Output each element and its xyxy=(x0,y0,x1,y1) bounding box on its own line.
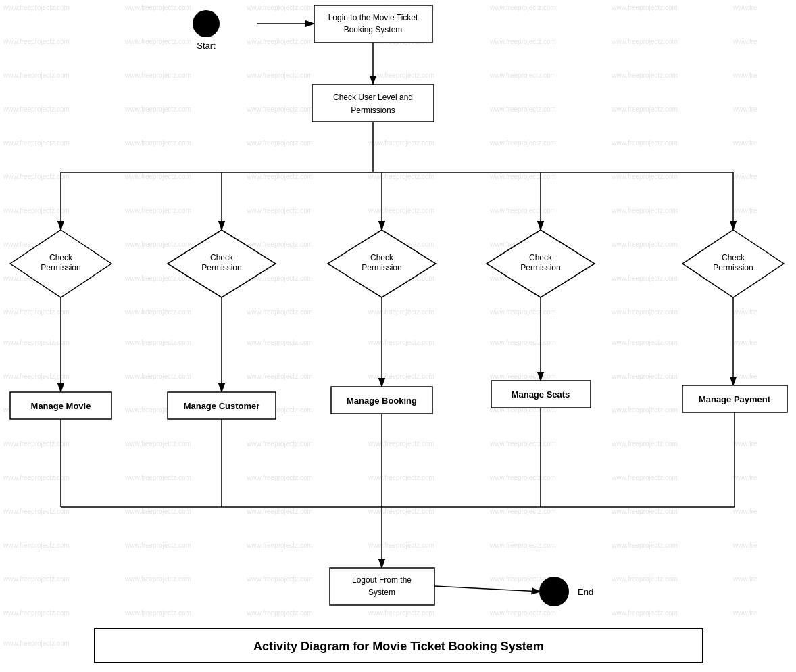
svg-text:www.freeprojectz.com: www.freeprojectz.com xyxy=(246,173,313,181)
svg-text:www.freeprojectz.com: www.freeprojectz.com xyxy=(611,139,678,147)
svg-text:www.freeprojectz.com: www.freeprojectz.com xyxy=(368,339,434,346)
svg-text:www.freeprojectz.com: www.freeprojectz.com xyxy=(489,139,556,147)
svg-text:www.freeprojectz.com: www.freeprojectz.com xyxy=(3,542,70,549)
svg-text:www.freeprojectz.com: www.freeprojectz.com xyxy=(3,207,70,214)
svg-text:www.freeprojectz.com: www.freeprojectz.com xyxy=(124,508,191,515)
svg-text:www.freeprojectz.com: www.freeprojectz.com xyxy=(368,508,434,515)
svg-text:www.freeprojectz.com: www.freeprojectz.com xyxy=(246,105,313,113)
svg-text:www.freeprojectz.com: www.freeprojectz.com xyxy=(611,474,678,481)
svg-text:www.freeprojectz.com: www.freeprojectz.com xyxy=(246,139,313,147)
check-user-level-line1: Check User Level and xyxy=(333,93,413,102)
svg-line-161 xyxy=(434,586,541,592)
manage-customer-label: Manage Customer xyxy=(184,401,260,411)
svg-text:www.freeprojectz.com: www.freeprojectz.com xyxy=(124,474,191,481)
svg-text:www.fre: www.fre xyxy=(732,207,757,214)
svg-text:www.freeprojectz.com: www.freeprojectz.com xyxy=(246,508,313,515)
svg-text:www.freeprojectz.com: www.freeprojectz.com xyxy=(611,508,678,515)
diagram-container: www.freeprojectz.com www.freeprojectz.co… xyxy=(0,0,796,672)
svg-text:www.freeprojectz.com: www.freeprojectz.com xyxy=(124,373,191,380)
svg-text:www.freeprojectz.com: www.freeprojectz.com xyxy=(246,373,313,380)
svg-text:www.fre: www.fre xyxy=(732,440,757,448)
svg-text:www.freeprojectz.com: www.freeprojectz.com xyxy=(3,105,70,113)
svg-text:www.freeprojectz.com: www.freeprojectz.com xyxy=(246,542,313,549)
svg-text:www.freeprojectz.com: www.freeprojectz.com xyxy=(124,609,191,617)
svg-text:www.fre: www.fre xyxy=(732,308,757,316)
svg-text:www.freeprojectz.com: www.freeprojectz.com xyxy=(246,72,313,79)
svg-text:www.freeprojectz.com: www.freeprojectz.com xyxy=(489,38,556,45)
login-label-line2: Booking System xyxy=(344,25,403,34)
svg-text:www.freeprojectz.com: www.freeprojectz.com xyxy=(489,173,556,181)
svg-text:www.freeprojectz.com: www.freeprojectz.com xyxy=(368,173,434,181)
check-perm3-line1: Check xyxy=(370,253,394,262)
check-perm5-line2: Permission xyxy=(713,263,753,272)
svg-text:www.fre: www.fre xyxy=(732,139,757,147)
start-label: Start xyxy=(197,41,216,51)
svg-text:www.freeprojectz.com: www.freeprojectz.com xyxy=(368,207,434,214)
svg-text:www.freeprojectz.com: www.freeprojectz.com xyxy=(611,241,678,248)
svg-text:www.freeprojectz.com: www.freeprojectz.com xyxy=(124,339,191,346)
manage-booking-label: Manage Booking xyxy=(347,395,417,406)
svg-text:www.freeprojectz.com: www.freeprojectz.com xyxy=(611,274,678,282)
check-perm1-line1: Check xyxy=(49,253,73,262)
svg-text:www.freeprojectz.com: www.freeprojectz.com xyxy=(124,241,191,248)
svg-text:www.freeprojectz.com: www.freeprojectz.com xyxy=(3,508,70,515)
logout-line1: Logout From the xyxy=(352,575,412,585)
svg-text:www.freeprojectz.com: www.freeprojectz.com xyxy=(3,173,70,181)
svg-text:www.freeprojectz.com: www.freeprojectz.com xyxy=(611,542,678,549)
svg-text:www.freeprojectz.com: www.freeprojectz.com xyxy=(3,339,70,346)
check-user-level-box xyxy=(312,85,434,122)
diagram-title: Activity Diagram for Movie Ticket Bookin… xyxy=(253,640,544,653)
check-perm5-line1: Check xyxy=(722,253,745,262)
svg-text:www.freeprojectz.com: www.freeprojectz.com xyxy=(611,373,678,380)
svg-text:www.freeprojectz.com: www.freeprojectz.com xyxy=(489,4,556,11)
svg-text:www.freeprojectz.com: www.freeprojectz.com xyxy=(489,508,556,515)
svg-text:www.freeprojectz.com: www.freeprojectz.com xyxy=(3,308,70,316)
svg-text:www.freeprojectz.com: www.freeprojectz.com xyxy=(611,173,678,181)
svg-text:www.freeprojectz.com: www.freeprojectz.com xyxy=(368,308,434,316)
check-perm2-line1: Check xyxy=(210,253,234,262)
svg-text:www.freeprojectz.com: www.freeprojectz.com xyxy=(611,575,678,583)
svg-text:www.freeprojectz.com: www.freeprojectz.com xyxy=(3,4,70,11)
svg-text:www.freeprojectz.com: www.freeprojectz.com xyxy=(124,274,191,282)
svg-text:www.freeprojectz.com: www.freeprojectz.com xyxy=(611,38,678,45)
check-perm3-line2: Permission xyxy=(362,263,401,272)
manage-payment-label: Manage Payment xyxy=(699,394,771,404)
svg-text:www.freeprojectz.com: www.freeprojectz.com xyxy=(124,308,191,316)
svg-text:www.freeprojectz.com: www.freeprojectz.com xyxy=(489,440,556,448)
svg-text:www.fre: www.fre xyxy=(732,474,757,481)
svg-text:www.freeprojectz.com: www.freeprojectz.com xyxy=(124,4,191,11)
svg-text:www.freeprojectz.com: www.freeprojectz.com xyxy=(246,308,313,316)
svg-text:www.freeprojectz.com: www.freeprojectz.com xyxy=(368,139,434,147)
svg-text:www.freeprojectz.com: www.freeprojectz.com xyxy=(489,339,556,346)
svg-text:www.freeprojectz.com: www.freeprojectz.com xyxy=(124,38,191,45)
svg-text:www.freeprojectz.com: www.freeprojectz.com xyxy=(611,339,678,346)
svg-text:www.fre: www.fre xyxy=(732,4,757,11)
login-box xyxy=(314,5,432,43)
svg-text:www.freeprojectz.com: www.freeprojectz.com xyxy=(368,474,434,481)
svg-text:www.freeprojectz.com: www.freeprojectz.com xyxy=(489,207,556,214)
svg-text:www.freeprojectz.com: www.freeprojectz.com xyxy=(611,609,678,617)
svg-text:www.fre: www.fre xyxy=(732,373,757,380)
manage-seats-label: Manage Seats xyxy=(512,389,570,400)
login-label-line1: Login to the Movie Ticket xyxy=(328,13,418,22)
svg-text:www.freeprojectz.com: www.freeprojectz.com xyxy=(611,308,678,316)
svg-text:www.fre: www.fre xyxy=(732,575,757,583)
svg-text:www.freeprojectz.com: www.freeprojectz.com xyxy=(124,173,191,181)
svg-text:www.fre: www.fre xyxy=(732,173,757,181)
start-node xyxy=(193,10,220,37)
svg-text:www.freeprojectz.com: www.freeprojectz.com xyxy=(3,474,70,481)
svg-text:www.freeprojectz.com: www.freeprojectz.com xyxy=(611,4,678,11)
svg-text:www.freeprojectz.com: www.freeprojectz.com xyxy=(124,207,191,214)
svg-text:www.freeprojectz.com: www.freeprojectz.com xyxy=(368,542,434,549)
svg-text:www.freeprojectz.com: www.freeprojectz.com xyxy=(246,575,313,583)
svg-text:www.freeprojectz.com: www.freeprojectz.com xyxy=(3,575,70,583)
svg-text:www.freeprojectz.com: www.freeprojectz.com xyxy=(489,474,556,481)
svg-text:www.freeprojectz.com: www.freeprojectz.com xyxy=(246,440,313,448)
svg-text:www.fre: www.fre xyxy=(732,339,757,346)
svg-text:www.fre: www.fre xyxy=(732,508,757,515)
svg-text:www.freeprojectz.com: www.freeprojectz.com xyxy=(124,542,191,549)
check-perm1-line2: Permission xyxy=(41,263,80,272)
svg-text:www.fre: www.fre xyxy=(732,609,757,617)
svg-text:www.freeprojectz.com: www.freeprojectz.com xyxy=(489,609,556,617)
check-perm2-line2: Permission xyxy=(201,263,241,272)
